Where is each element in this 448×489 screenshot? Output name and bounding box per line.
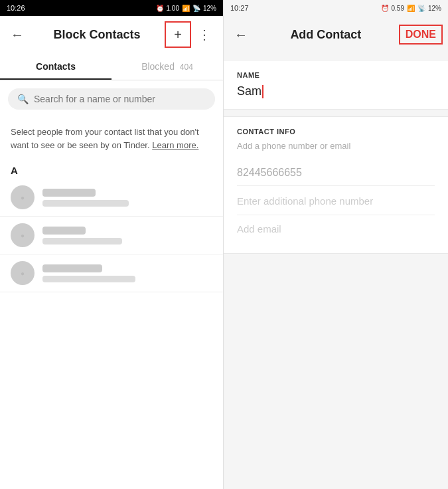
right-time: 10:27	[230, 4, 249, 12]
avatar: ●	[11, 261, 35, 285]
left-back-button[interactable]: ←	[5, 25, 29, 45]
contact-info-fields	[42, 227, 212, 244]
left-status-bar: 10:26 ⏰ 1.00 📶 📡 12%	[0, 0, 223, 16]
avatar: ●	[11, 185, 35, 209]
name-label: NAME	[237, 71, 435, 79]
data-icon: 1.00	[167, 5, 179, 12]
contact-info-fields	[42, 264, 212, 282]
done-button[interactable]: DONE	[399, 25, 443, 45]
signal-icon: 📶	[407, 5, 415, 12]
battery-icon: 12%	[428, 5, 441, 12]
contact-list: A ● ● ●	[0, 159, 223, 489]
list-item[interactable]: ●	[0, 179, 223, 217]
gap-top	[224, 53, 448, 60]
alarm-icon: ⏰	[156, 5, 164, 12]
add-email-input[interactable]: Add email	[237, 215, 435, 243]
blocked-count-badge: 404	[180, 62, 193, 72]
list-item[interactable]: ●	[0, 254, 223, 292]
left-status-icons: ⏰ 1.00 📶 📡 12%	[156, 5, 216, 12]
section-header-a: A	[0, 159, 223, 179]
right-status-icons: ⏰ 0.59 📶 📡 12%	[381, 5, 441, 12]
tab-blocked[interactable]: Blocked 404	[112, 53, 223, 80]
list-item[interactable]: ●	[0, 217, 223, 254]
right-header: ← Add Contact DONE	[224, 16, 448, 53]
contact-info-fields	[42, 189, 212, 207]
add-phone-placeholder-text: Enter additional phone number	[237, 195, 373, 207]
left-time: 10:26	[7, 4, 25, 12]
name-value: Sam	[237, 84, 261, 98]
tab-blocked-label: Blocked	[141, 61, 175, 72]
signal-icon: 📶	[182, 5, 190, 12]
contact-phone-blurred	[42, 238, 122, 244]
right-page-title: Add Contact	[253, 28, 399, 42]
more-options-button[interactable]: ⋮	[191, 21, 218, 48]
add-phone-input[interactable]: Enter additional phone number	[237, 187, 435, 215]
text-cursor	[262, 85, 263, 98]
contact-info-label: CONTACT INFO	[237, 128, 435, 136]
contact-info-section: CONTACT INFO Add a phone number or email…	[224, 116, 448, 254]
data-icon: 0.59	[392, 5, 404, 12]
contact-info-subtitle: Add a phone number or email	[237, 141, 435, 151]
contact-phone-blurred	[42, 276, 135, 282]
block-contacts-panel: 10:26 ⏰ 1.00 📶 📡 12% ← Block Contacts + …	[0, 0, 224, 489]
avatar: ●	[11, 223, 35, 247]
alarm-icon: ⏰	[381, 5, 389, 12]
search-input[interactable]	[34, 94, 206, 104]
add-email-placeholder-text: Add email	[237, 223, 281, 235]
contact-name-blurred	[42, 227, 86, 235]
left-header: ← Block Contacts + ⋮	[0, 16, 223, 53]
search-icon: 🔍	[17, 94, 29, 104]
plus-icon: +	[174, 27, 182, 43]
add-contact-button[interactable]: +	[165, 21, 191, 48]
contact-name-blurred	[42, 264, 102, 272]
avatar-initial: ●	[21, 194, 25, 201]
left-page-title: Block Contacts	[29, 28, 165, 42]
search-bar[interactable]: 🔍	[8, 88, 215, 110]
gap-middle	[224, 110, 448, 116]
wifi-icon: 📡	[192, 5, 200, 12]
contacts-tabs: Contacts Blocked 404	[0, 53, 223, 80]
tab-contacts-label: Contacts	[36, 61, 76, 72]
avatar-initial: ●	[21, 270, 25, 277]
info-text: Select people from your contact list tha…	[0, 118, 223, 159]
battery-icon: 12%	[203, 5, 216, 12]
name-input-row: Sam	[237, 84, 435, 98]
add-contact-panel: 10:27 ⏰ 0.59 📶 📡 12% ← Add Contact DONE …	[224, 0, 448, 489]
contact-name-blurred	[42, 189, 96, 197]
learn-more-link[interactable]: Learn more.	[152, 140, 198, 150]
more-icon: ⋮	[198, 27, 211, 43]
phone-number-display: 82445666655	[237, 160, 435, 186]
right-status-bar: 10:27 ⏰ 0.59 📶 📡 12%	[224, 0, 448, 16]
avatar-initial: ●	[21, 232, 25, 239]
contact-phone-blurred	[42, 200, 129, 207]
tab-contacts[interactable]: Contacts	[0, 53, 112, 80]
right-back-button[interactable]: ←	[229, 25, 253, 45]
name-section: NAME Sam	[224, 60, 448, 110]
wifi-icon: 📡	[417, 5, 425, 12]
